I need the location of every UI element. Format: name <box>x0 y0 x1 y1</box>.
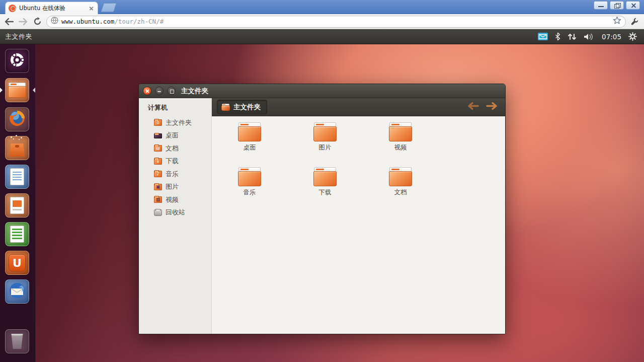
ubuntu-logo-icon <box>9 51 26 70</box>
launcher-trash[interactable] <box>5 329 29 353</box>
sidebar-item-music[interactable]: ♪ 音乐 <box>139 168 211 181</box>
trash-mini-icon <box>154 209 162 216</box>
sidebar-item-desktop[interactable]: 桌面 <box>139 129 211 142</box>
ubuntu-one-icon: U <box>9 254 26 271</box>
places-sidebar: 计算机 ⌂ 主文件夹 桌面 ▤ 文档 ↓ 下载 <box>139 98 212 334</box>
documents-folder-icon: ▤ <box>154 145 162 152</box>
browser-toolbar: www.ubuntu.com/tour/zh-CN/# <box>0 14 644 29</box>
videos-folder-icon: ▥ <box>154 196 162 203</box>
breadcrumb-folder-icon <box>221 104 230 111</box>
network-updown-icon[interactable] <box>568 33 577 41</box>
folder-item-pictures[interactable]: 图片 <box>300 122 350 152</box>
sidebar-item-videos[interactable]: ▥ 视频 <box>139 193 211 206</box>
desktop-wallpaper: 主文件夹 07:05 <box>0 29 644 362</box>
sidebar-item-pictures[interactable]: ▣ 图片 <box>139 181 211 194</box>
launcher-libreoffice-calc[interactable] <box>5 222 29 246</box>
maximize-window-button[interactable] <box>167 87 176 95</box>
window-title: 主文件夹 <box>181 87 208 96</box>
close-window-button[interactable] <box>143 87 151 95</box>
folder-icon <box>313 167 337 186</box>
files-folder-icon <box>8 83 26 98</box>
launcher-software-center[interactable] <box>5 136 29 160</box>
minimize-window-button[interactable] <box>155 87 164 95</box>
desktop-icon <box>154 133 162 138</box>
firefox-icon <box>8 109 27 130</box>
top-panel: 主文件夹 07:05 <box>0 29 644 44</box>
mail-indicator-icon[interactable] <box>538 33 548 40</box>
launcher-files[interactable] <box>5 78 29 102</box>
browser-back-icon[interactable] <box>4 17 14 27</box>
browser-tab[interactable]: Ubuntu 在线体验 <box>5 2 98 14</box>
volume-icon[interactable] <box>584 33 595 41</box>
location-toolbar: 主文件夹 <box>212 98 505 116</box>
home-folder-icon: ⌂ <box>154 119 162 126</box>
folder-grid: 桌面 图片 视频 音乐 <box>212 116 505 197</box>
ubuntu-favicon-icon <box>9 5 16 12</box>
bluetooth-icon[interactable] <box>555 32 560 41</box>
software-center-bag-icon <box>10 139 25 157</box>
sidebar-item-downloads[interactable]: ↓ 下载 <box>139 155 211 168</box>
pictures-folder-icon: ▣ <box>154 184 162 190</box>
trash-icon <box>11 334 24 349</box>
launcher-running-indicator <box>0 88 3 93</box>
folder-item-downloads[interactable]: 下载 <box>300 167 350 197</box>
url-text: www.ubuntu.com/tour/zh-CN/# <box>61 18 164 25</box>
tab-title: Ubuntu 在线体验 <box>19 5 85 12</box>
browser-wrench-icon[interactable] <box>630 17 640 27</box>
folder-icon <box>313 122 337 141</box>
browser-forward-icon[interactable] <box>18 17 28 27</box>
launcher-dash-home[interactable] <box>5 49 29 73</box>
history-forward-icon[interactable] <box>486 102 497 112</box>
file-manager-window: 主文件夹 计算机 ⌂ 主文件夹 桌面 ▤ 文档 <box>138 84 506 334</box>
sidebar-item-home[interactable]: ⌂ 主文件夹 <box>139 116 211 129</box>
thunderbird-icon <box>8 281 26 302</box>
session-gear-icon[interactable] <box>628 32 637 41</box>
browser-tab-strip: Ubuntu 在线体验 <box>0 0 644 14</box>
panel-app-title: 主文件夹 <box>5 32 32 41</box>
impress-icon <box>10 197 24 214</box>
bookmark-star-icon[interactable] <box>613 16 621 27</box>
writer-icon <box>10 168 24 185</box>
omnibox[interactable]: www.ubuntu.com/tour/zh-CN/# <box>46 16 626 28</box>
window-restore-button[interactable] <box>610 1 624 10</box>
launcher-firefox[interactable] <box>5 107 29 131</box>
folder-item-music[interactable]: 音乐 <box>224 167 275 197</box>
screen: Ubuntu 在线体验 www.ubuntu.com/tour/zh-CN/# <box>0 0 644 362</box>
folder-icon <box>238 122 261 141</box>
music-folder-icon: ♪ <box>154 171 162 177</box>
history-back-icon[interactable] <box>468 102 479 112</box>
launcher-ubuntu-one[interactable]: U <box>5 251 29 275</box>
browser-reload-icon[interactable] <box>32 17 42 27</box>
launcher-libreoffice-writer[interactable] <box>5 165 29 189</box>
window-close-button[interactable] <box>626 1 640 10</box>
sidebar-item-trash[interactable]: 回收站 <box>139 206 211 220</box>
folder-item-videos[interactable]: 视频 <box>375 122 426 152</box>
site-globe-icon <box>51 17 58 26</box>
folder-item-desktop[interactable]: 桌面 <box>224 122 275 152</box>
window-titlebar[interactable]: 主文件夹 <box>139 84 505 98</box>
launcher-thunderbird[interactable] <box>5 279 29 304</box>
unity-launcher: U <box>0 44 36 362</box>
folder-icon <box>389 122 412 141</box>
launcher-focused-indicator <box>33 88 35 93</box>
sidebar-item-documents[interactable]: ▤ 文档 <box>139 142 211 155</box>
sidebar-header: 计算机 <box>139 102 211 116</box>
new-tab-button[interactable] <box>101 3 117 12</box>
folder-item-documents[interactable]: 文档 <box>375 167 426 197</box>
close-tab-icon[interactable] <box>88 5 95 12</box>
calc-icon <box>10 226 24 243</box>
panel-clock[interactable]: 07:05 <box>602 33 621 41</box>
launcher-libreoffice-impress[interactable] <box>5 193 29 218</box>
folder-icon <box>389 167 412 186</box>
breadcrumb-home-button[interactable]: 主文件夹 <box>217 100 267 114</box>
downloads-folder-icon: ↓ <box>154 158 162 165</box>
folder-icon <box>238 167 261 186</box>
window-minimize-button[interactable] <box>594 1 608 10</box>
